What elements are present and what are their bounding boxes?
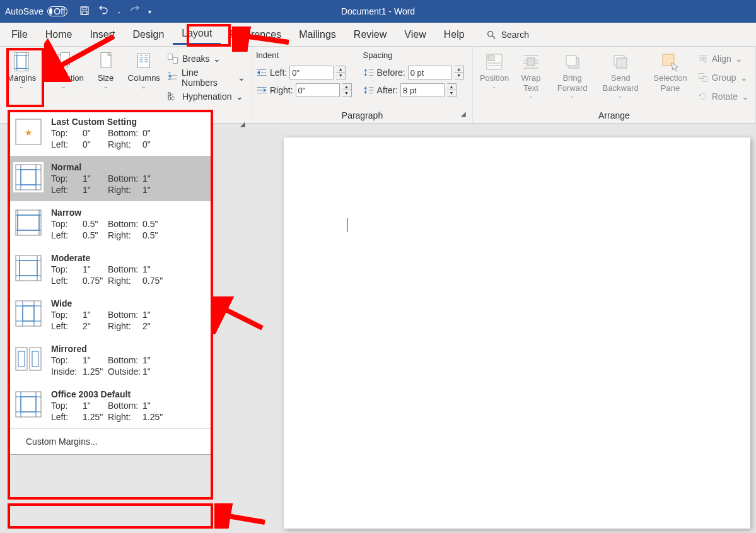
bring-forward-button[interactable]: Bring Forward⌄ (550, 49, 595, 102)
svg-rect-24 (173, 58, 178, 64)
svg-rect-103 (16, 392, 41, 417)
svg-line-4 (492, 36, 495, 38)
tab-home[interactable]: Home (37, 25, 81, 44)
margin-preset-office-2003-default[interactable]: Office 2003 DefaultTop:1"Bottom:1"Left:1… (8, 383, 212, 428)
svg-rect-93 (16, 301, 41, 326)
title-bar: AutoSave Off ⌄ ▾ Document1 - Word (0, 0, 756, 23)
save-icon[interactable] (79, 5, 90, 18)
svg-rect-12 (61, 53, 69, 65)
align-button[interactable]: Align⌄ (698, 50, 749, 67)
document-page[interactable] (284, 138, 750, 529)
columns-button[interactable]: Columns⌄ (125, 49, 163, 92)
margin-preset-normal[interactable]: NormalTop:1"Bottom:1"Left:1"Right:1" (8, 156, 212, 201)
svg-rect-71 (702, 76, 707, 81)
svg-rect-63 (566, 56, 576, 66)
svg-rect-1 (83, 7, 86, 9)
page-setup-launcher-icon[interactable]: ◢ (240, 120, 245, 127)
margin-preset-wide[interactable]: WideTop:1"Bottom:1"Left:2"Right:2" (8, 292, 212, 337)
send-backward-button[interactable]: Send Backward⌄ (596, 49, 645, 102)
preset-title: Moderate (51, 253, 207, 263)
svg-rect-100 (30, 348, 41, 370)
orientation-icon (54, 52, 74, 72)
svg-rect-75 (16, 165, 41, 190)
margin-preset-moderate[interactable]: ModerateTop:1"Bottom:1"Left:0.75"Right:0… (8, 247, 212, 292)
undo-dropdown-icon[interactable]: ⌄ (117, 8, 122, 15)
line-numbers-button[interactable]: 12Line Numbers⌄ (167, 69, 245, 86)
margins-button[interactable]: Margins⌄ (4, 49, 39, 92)
document-title: Document1 - Word (341, 6, 415, 16)
svg-marker-38 (264, 88, 267, 92)
spacing-after-input[interactable] (400, 83, 445, 97)
margin-preset-icon (13, 389, 44, 419)
margins-icon (11, 52, 32, 72)
tab-file[interactable]: File (3, 25, 37, 44)
spacing-before-spinner[interactable]: ▲▼ (455, 66, 464, 79)
preset-title: Narrow (51, 208, 207, 218)
margin-preset-mirrored[interactable]: MirroredTop:1"Bottom:1"Inside:1.25"Outsi… (8, 337, 212, 383)
tab-help[interactable]: Help (435, 25, 474, 44)
redo-icon[interactable] (129, 5, 141, 18)
selection-pane-icon (660, 52, 680, 72)
bring-forward-icon (562, 52, 583, 72)
annotation-arrow-moderate (212, 296, 269, 334)
custom-margins-button[interactable]: Custom Margins... (8, 428, 212, 454)
tab-layout[interactable]: Layout (173, 24, 221, 45)
preset-title: Last Custom Setting (51, 117, 207, 127)
svg-rect-68 (700, 57, 703, 61)
group-button[interactable]: Group⌄ (698, 69, 749, 86)
indent-right-input[interactable] (296, 83, 340, 97)
wrap-text-button[interactable]: Wrap Text⌄ (513, 49, 549, 102)
indent-right-icon (256, 85, 267, 95)
indent-left-row: Left: ▲▼ (256, 64, 352, 81)
svg-line-114 (218, 306, 262, 328)
indent-left-spinner[interactable]: ▲▼ (336, 66, 346, 79)
rotate-icon (698, 91, 708, 102)
margin-preset-narrow[interactable]: NarrowTop:0.5"Bottom:0.5"Left:0.5"Right:… (8, 201, 212, 247)
spacing-before-row: Before: ▲▼ (363, 64, 464, 81)
paragraph-launcher-icon[interactable]: ◢ (461, 110, 466, 117)
text-cursor (347, 218, 347, 232)
margin-preset-last-custom-setting[interactable]: ★Last Custom SettingTop:0"Bottom:0"Left:… (8, 110, 212, 156)
indent-left-input[interactable] (289, 66, 334, 79)
margin-preset-icon: ★ (13, 117, 44, 147)
tab-review[interactable]: Review (345, 25, 395, 44)
svg-rect-65 (617, 58, 627, 68)
margin-preset-icon (13, 162, 44, 192)
position-button[interactable]: Position⌄ (477, 49, 512, 92)
svg-rect-14 (138, 54, 150, 67)
svg-line-116 (221, 515, 265, 522)
spacing-before-input[interactable] (408, 66, 452, 79)
autosave-toggle[interactable]: AutoSave Off (5, 6, 67, 16)
undo-icon[interactable] (98, 5, 109, 18)
svg-marker-72 (699, 95, 702, 97)
preset-title: Wide (51, 298, 207, 308)
preset-title: Normal (51, 162, 207, 172)
indent-right-spinner[interactable]: ▲▼ (342, 83, 352, 97)
indent-heading: Indent (256, 50, 352, 60)
margins-dropdown: ★Last Custom SettingTop:0"Bottom:0"Left:… (8, 110, 213, 455)
spacing-after-icon (363, 85, 375, 95)
tab-insert[interactable]: Insert (81, 25, 124, 44)
tab-mailings[interactable]: Mailings (290, 25, 345, 44)
tab-view[interactable]: View (395, 25, 434, 44)
margin-preset-icon (13, 253, 44, 283)
tab-references[interactable]: References (221, 25, 290, 44)
group-paragraph: Indent Left: ▲▼ Right: ▲▼ Spacing Before… (252, 47, 473, 123)
breaks-button[interactable]: Breaks⌄ (167, 50, 245, 67)
position-icon (484, 52, 504, 72)
rotate-button[interactable]: Rotate⌄ (698, 88, 749, 105)
qat-customize-icon[interactable]: ▾ (148, 8, 151, 15)
size-button[interactable]: Size⌄ (88, 49, 124, 92)
hyphenation-button[interactable]: a-bcHyphenation⌄ (167, 88, 245, 105)
orientation-button[interactable]: Orientation⌄ (40, 49, 86, 92)
annotation-arrow-custom (214, 503, 271, 529)
svg-point-3 (487, 31, 492, 36)
spacing-after-spinner[interactable]: ▲▼ (447, 83, 457, 97)
tab-design[interactable]: Design (124, 25, 173, 44)
svg-rect-70 (699, 74, 704, 79)
spacing-after-row: After: ▲▼ (363, 81, 464, 99)
svg-marker-34 (257, 71, 260, 74)
svg-text:★: ★ (25, 127, 33, 138)
selection-pane-button[interactable]: Selection Pane (646, 49, 694, 95)
search-button[interactable]: Search (486, 30, 529, 40)
